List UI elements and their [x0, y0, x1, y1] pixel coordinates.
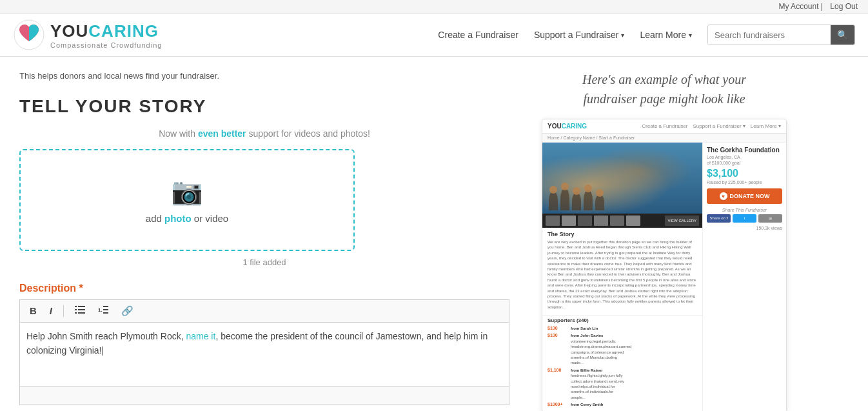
- search-button[interactable]: 🔍: [831, 25, 854, 45]
- preview-breadcrumb: Home / Category Name / Start a Fundraise…: [542, 134, 786, 143]
- preview-campaign-title: The Gorkha Foundation: [707, 146, 782, 154]
- thumb-6: [626, 216, 640, 226]
- ul-icon: [75, 305, 85, 314]
- italic-button[interactable]: I: [46, 304, 55, 317]
- logo-text: YOUCARING Compassionate Crowdfunding: [50, 21, 162, 49]
- svg-text:1.: 1.: [98, 307, 103, 313]
- donate-btn-label: DONATE NOW: [730, 193, 770, 199]
- preview-main-image: [542, 143, 702, 214]
- figure-2: [560, 188, 569, 210]
- right-column: Here's an example of what your fundraise…: [535, 70, 793, 411]
- preview-label: Here's an example of what your fundraise…: [582, 70, 746, 108]
- twitter-icon: t: [744, 216, 745, 220]
- preview-share-twitter[interactable]: t: [733, 214, 756, 223]
- editor-text-static: Help John Smith reach Plymouth Rock,: [26, 331, 186, 341]
- share-on-label: Share on: [709, 216, 726, 220]
- upload-label-part2: or video: [192, 213, 229, 224]
- sup-amount-2: $100: [547, 333, 567, 337]
- separator: |: [821, 2, 823, 11]
- editor-text-highlight: name it: [186, 331, 215, 341]
- support-prefix: Now with: [159, 128, 198, 139]
- preview-amount: $3,100: [707, 168, 782, 179]
- supporter-row-2: $100 from John Daviesvolunteering.legal.…: [547, 333, 697, 365]
- email-icon: ✉: [769, 217, 772, 221]
- ordered-list-button[interactable]: 1.: [95, 304, 112, 317]
- link-button[interactable]: 🔗: [118, 304, 137, 318]
- preview-left-col: VIEW GALLERY The Story We are very excit…: [542, 143, 702, 411]
- editor-area[interactable]: Help John Smith reach Plymouth Rock, nam…: [19, 323, 509, 387]
- sup-amount-1: $100: [547, 326, 567, 330]
- header: YOUCARING Compassionate Crowdfunding Cre…: [0, 14, 868, 57]
- preview-card: YOUCARING Create a Fundraiser Support a …: [542, 119, 787, 411]
- preview-share-fb[interactable]: Share on f: [707, 214, 731, 223]
- search-box: 🔍: [707, 25, 855, 45]
- preview-card-right: The Gorkha Foundation Los Angeles, CA of…: [702, 143, 786, 411]
- figure-3: [572, 192, 581, 210]
- thumb-3: [578, 216, 592, 226]
- figure-1: [549, 191, 558, 210]
- top-bar: My Account | Log Out: [0, 0, 868, 14]
- nav-links: Create a Fundraiser Support a Fundraiser…: [438, 25, 855, 45]
- svg-rect-8: [103, 306, 108, 307]
- preview-story-title: The Story: [547, 231, 697, 237]
- logo-sub-text: Compassionate Crowdfunding: [50, 41, 162, 49]
- logo-you: YOU: [50, 21, 88, 41]
- preview-story: The Story We are very excited to put tog…: [542, 228, 702, 315]
- sup-amount-3: $1,100: [547, 368, 567, 372]
- svg-rect-10: [103, 312, 108, 314]
- logo: YOUCARING Compassionate Crowdfunding: [13, 19, 162, 51]
- svg-rect-5: [75, 312, 77, 314]
- unordered-list-button[interactable]: [72, 304, 88, 317]
- sup-info-2: from John Daviesvolunteering.legal.perio…: [571, 333, 631, 365]
- preview-share-label: Share This Fundraiser: [707, 208, 782, 212]
- nav-learn-label: Learn More: [640, 30, 686, 40]
- logo-main-text: YOUCARING: [50, 21, 162, 41]
- camera-icon: 📷: [34, 176, 340, 206]
- preview-story-text: We are very excited to put together this…: [547, 239, 697, 310]
- left-column: This helps donors and local news find yo…: [19, 70, 509, 411]
- sup-amount-4: $1000+: [547, 402, 567, 406]
- preview-share-email[interactable]: ✉: [758, 214, 782, 223]
- nav-support-label: Support a Fundraiser: [534, 30, 619, 40]
- intro-text: This helps donors and local news find yo…: [19, 70, 509, 83]
- logo-caring: CARING: [88, 21, 159, 41]
- preview-goal-text: of $100,000 goal: [707, 161, 782, 165]
- logo-icon: [13, 19, 45, 51]
- upload-label-part1: add: [146, 213, 164, 224]
- preview-body: VIEW GALLERY The Story We are very excit…: [542, 143, 786, 411]
- toolbar-separator: [63, 305, 64, 317]
- svg-rect-3: [75, 309, 77, 310]
- upload-box[interactable]: 📷 add photo or video: [19, 149, 355, 251]
- required-asterisk: *: [79, 283, 83, 294]
- preview-label-line1: Here's an example of what your: [582, 72, 746, 86]
- description-label: Description *: [19, 283, 509, 294]
- thumb-5: [610, 216, 624, 226]
- sup-info-1: from Sarah Lin: [571, 326, 598, 331]
- nav-learn-more[interactable]: Learn More ▾: [640, 30, 692, 40]
- preview-supporters: Supporters (340) $100 from Sarah Lin $10…: [542, 315, 702, 411]
- preview-nav-create: Create a Fundraiser: [642, 123, 687, 129]
- file-added-text: 1 file added: [19, 257, 509, 267]
- preview-share-buttons: Share on f t ✉: [707, 214, 782, 223]
- nav-create-fundraiser[interactable]: Create a Fundraiser: [438, 30, 518, 40]
- supporter-row-4: $1000+ from Corey Smith: [547, 402, 697, 407]
- supporters-title: Supporters (340): [547, 317, 697, 323]
- thumb-4: [594, 216, 608, 226]
- nav-support-fundraiser[interactable]: Support a Fundraiser ▾: [534, 30, 625, 40]
- view-gallery-btn[interactable]: VIEW GALLERY: [665, 216, 699, 226]
- preview-nav: Create a Fundraiser Support a Fundraiser…: [642, 123, 781, 129]
- support-highlight: even better: [198, 128, 246, 139]
- figure-5: [595, 194, 604, 210]
- svg-rect-9: [103, 309, 108, 310]
- preview-thumbnails: VIEW GALLERY: [542, 214, 702, 228]
- chevron-down-icon: ▾: [621, 32, 624, 39]
- bold-button[interactable]: B: [26, 304, 40, 317]
- fb-icon: f: [727, 216, 728, 220]
- chevron-down-icon-learn: ▾: [689, 32, 692, 39]
- my-account-link[interactable]: My Account: [778, 2, 818, 11]
- log-out-link[interactable]: Log Out: [830, 2, 858, 11]
- main-layout: This helps donors and local news find yo…: [0, 57, 868, 411]
- search-input[interactable]: [708, 26, 831, 45]
- support-suffix: support for videos and photos!: [246, 128, 370, 139]
- preview-donate-button[interactable]: ♥ DONATE NOW: [707, 188, 782, 204]
